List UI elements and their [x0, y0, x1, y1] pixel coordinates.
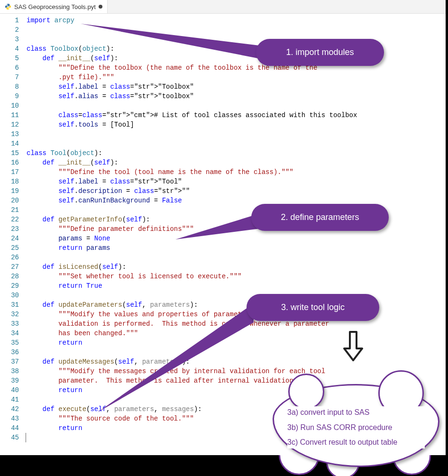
svg-marker-2	[97, 303, 254, 412]
arrow-down-icon	[341, 330, 365, 368]
tab-bar: SAS Geoprocessing Tools.pyt	[0, 0, 446, 14]
cloud-step-b: 3b) Run SAS CORR procedure	[287, 421, 425, 434]
tab-filename: SAS Geoprocessing Tools.pyt	[14, 3, 96, 10]
line-number-gutter: 1234567891011121314151617181920212223242…	[0, 14, 27, 444]
callout-pointer-1	[81, 24, 280, 81]
callout-3: 3. write tool logic	[247, 294, 379, 321]
callout-pointer-3	[97, 303, 258, 417]
cloud-step-c: 3c) Convert result to output table	[287, 436, 425, 449]
modified-indicator-icon	[99, 5, 102, 9]
file-tab[interactable]: SAS Geoprocessing Tools.pyt	[0, 0, 108, 13]
svg-marker-0	[81, 24, 275, 62]
callout-1: 1. import modules	[256, 39, 384, 66]
cloud-step-a: 3a) convert input to SAS	[287, 406, 425, 419]
callout-2: 2. define parameters	[251, 204, 389, 231]
python-icon	[5, 3, 11, 10]
